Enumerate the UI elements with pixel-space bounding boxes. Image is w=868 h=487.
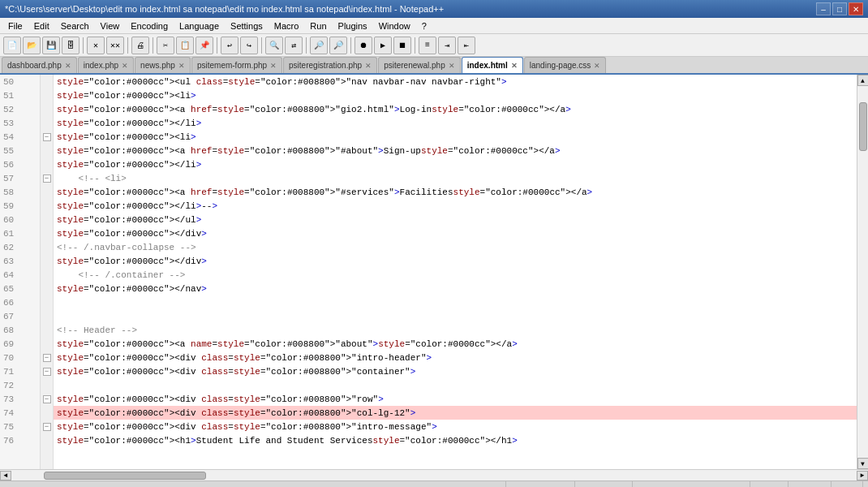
code-line-70[interactable]: style="color:#0000cc"><div class=style="… <box>54 351 857 364</box>
fold-marker-71[interactable]: − <box>43 368 51 376</box>
tab-news-php[interactable]: news.php✕ <box>135 57 191 73</box>
menu-search[interactable]: Search <box>56 19 94 32</box>
code-line-68[interactable]: <!-- Header --> <box>54 323 857 337</box>
toolbar-stop[interactable]: ⏹ <box>393 37 411 54</box>
status-eol: UNIX <box>750 481 789 487</box>
code-area[interactable]: style="color:#0000cc"><ul class=style="c… <box>54 75 857 469</box>
code-line-63[interactable]: style="color:#0000cc"></div> <box>54 254 857 268</box>
code-line-73[interactable]: style="color:#0000cc"><div class=style="… <box>54 392 857 406</box>
toolbar-find[interactable]: 🔍 <box>265 37 283 54</box>
code-line-71[interactable]: style="color:#0000cc"><div class=style="… <box>54 364 857 378</box>
code-line-50[interactable]: style="color:#0000cc"><ul class=style="c… <box>54 75 857 88</box>
line-number-55: 55 <box>0 144 40 157</box>
code-line-51[interactable]: style="color:#0000cc"><li> <box>54 88 857 102</box>
menu-language[interactable]: Language <box>174 19 224 32</box>
menu-window[interactable]: Window <box>374 19 415 32</box>
fold-row-74 <box>41 406 53 420</box>
menu-file[interactable]: File <box>3 19 28 32</box>
fold-row-54[interactable]: − <box>41 130 53 144</box>
tab-psiteregistration-php[interactable]: psiteregistration.php✕ <box>283 57 377 73</box>
hscroll-thumb[interactable] <box>44 472 206 480</box>
fold-marker-57[interactable]: − <box>43 175 51 183</box>
fold-marker-54[interactable]: − <box>43 133 51 141</box>
toolbar-open[interactable]: 📂 <box>23 37 41 54</box>
fold-marker-73[interactable]: − <box>43 395 51 403</box>
code-line-62[interactable]: <!-- /.navbar-collapse --> <box>54 240 857 254</box>
menu-edit[interactable]: Edit <box>29 19 54 32</box>
toolbar-saveall[interactable]: 🗄 <box>62 37 79 54</box>
toolbar-undo[interactable]: ↩ <box>221 37 238 54</box>
toolbar-zoomout[interactable]: 🔎 <box>329 37 347 54</box>
tab-psitemem-form-php[interactable]: psitemem-form.php✕ <box>191 57 282 73</box>
fold-row-69 <box>41 337 53 351</box>
scroll-right-arrow[interactable]: ► <box>857 471 868 481</box>
toolbar-paste[interactable]: 📌 <box>196 37 213 54</box>
code-line-57[interactable]: <!-- <li> <box>54 171 857 185</box>
menu-plugins[interactable]: Plugins <box>333 19 372 32</box>
code-line-53[interactable]: style="color:#0000cc"></li> <box>54 116 857 130</box>
menu-macro[interactable]: Macro <box>269 19 304 32</box>
code-line-76[interactable]: style="color:#0000cc"><h1>Student Life a… <box>54 433 857 447</box>
tab-index-php[interactable]: index.php✕ <box>78 57 134 73</box>
fold-row-68 <box>41 323 53 337</box>
code-line-72[interactable] <box>54 378 857 392</box>
toolbar-play[interactable]: ▶ <box>374 37 392 54</box>
close-button[interactable]: ✕ <box>849 2 863 15</box>
toolbar-print[interactable]: 🖨 <box>131 37 149 54</box>
code-line-55[interactable]: style="color:#0000cc"><a href=style="col… <box>54 144 857 157</box>
code-line-52[interactable]: style="color:#0000cc"><a href=style="col… <box>54 102 857 116</box>
scroll-up-arrow[interactable]: ▲ <box>857 75 869 86</box>
fold-row-70[interactable]: − <box>41 351 53 364</box>
fold-row-57[interactable]: − <box>41 171 53 185</box>
toolbar-redo[interactable]: ↪ <box>240 37 258 54</box>
toolbar-closeall[interactable]: ✕✕ <box>106 37 124 54</box>
toolbar-save[interactable]: 💾 <box>42 37 60 54</box>
code-line-61[interactable]: style="color:#0000cc"></div> <box>54 226 857 240</box>
toolbar-copy[interactable]: 📋 <box>176 37 194 54</box>
code-line-65[interactable]: style="color:#0000cc"></nav> <box>54 282 857 295</box>
vertical-scrollbar[interactable]: ▲ ▼ <box>857 75 868 469</box>
menu-view[interactable]: View <box>96 19 125 32</box>
fold-marker-75[interactable]: − <box>43 423 51 431</box>
code-line-67[interactable] <box>54 309 857 323</box>
toolbar-cut[interactable]: ✂ <box>157 37 174 54</box>
maximize-button[interactable]: □ <box>832 2 847 15</box>
scroll-thumb[interactable] <box>859 102 867 151</box>
code-line-69[interactable]: style="color:#0000cc"><a name=style="col… <box>54 337 857 351</box>
menu-encoding[interactable]: Encoding <box>126 19 173 32</box>
tab-psiterenewal-php[interactable]: psiterenewal.php✕ <box>378 57 461 73</box>
tab-index-html[interactable]: index.html✕ <box>462 57 523 73</box>
scroll-down-arrow[interactable]: ▼ <box>857 458 869 469</box>
menu-settings[interactable]: Settings <box>226 19 268 32</box>
minimize-button[interactable]: – <box>816 2 831 15</box>
menu-run[interactable]: Run <box>305 19 331 32</box>
scroll-left-arrow[interactable]: ◄ <box>0 471 11 481</box>
toolbar-new[interactable]: 📄 <box>3 37 21 54</box>
horizontal-scrollbar[interactable]: ◄ ► <box>0 469 868 481</box>
code-line-75[interactable]: style="color:#0000cc"><div class=style="… <box>54 420 857 433</box>
fold-marker-70[interactable]: − <box>43 354 51 362</box>
line-number-66: 66 <box>0 295 40 309</box>
code-line-74[interactable]: style="color:#0000cc"><div class=style="… <box>54 406 857 420</box>
tab-landing-page-css[interactable]: landing-page.css✕ <box>524 57 607 73</box>
fold-row-75[interactable]: − <box>41 420 53 433</box>
code-line-54[interactable]: style="color:#0000cc"><li> <box>54 130 857 144</box>
code-line-59[interactable]: style="color:#0000cc"></li>--> <box>54 199 857 213</box>
toolbar-extra2[interactable]: ⇥ <box>438 37 456 54</box>
toolbar-zoomin[interactable]: 🔎 <box>310 37 328 54</box>
fold-row-71[interactable]: − <box>41 364 53 378</box>
code-line-60[interactable]: style="color:#0000cc"></ul> <box>54 213 857 226</box>
code-line-66[interactable] <box>54 295 857 309</box>
toolbar-close[interactable]: ✕ <box>87 37 105 54</box>
code-line-64[interactable]: <!-- /.container --> <box>54 268 857 282</box>
fold-row-73[interactable]: − <box>41 392 53 406</box>
code-line-56[interactable]: style="color:#0000cc"></li> <box>54 157 857 171</box>
toolbar-extra3[interactable]: ⇤ <box>458 37 475 54</box>
menu-help[interactable]: ? <box>417 19 432 32</box>
toolbar-record[interactable]: ⏺ <box>355 37 372 54</box>
code-line-58[interactable]: style="color:#0000cc"><a href=style="col… <box>54 185 857 199</box>
tab-dashboard-php[interactable]: dashboard.php✕ <box>2 57 77 73</box>
fold-row-66 <box>41 295 53 309</box>
toolbar-extra1[interactable]: ≡ <box>419 37 436 54</box>
toolbar-replace[interactable]: ⇄ <box>285 37 303 54</box>
